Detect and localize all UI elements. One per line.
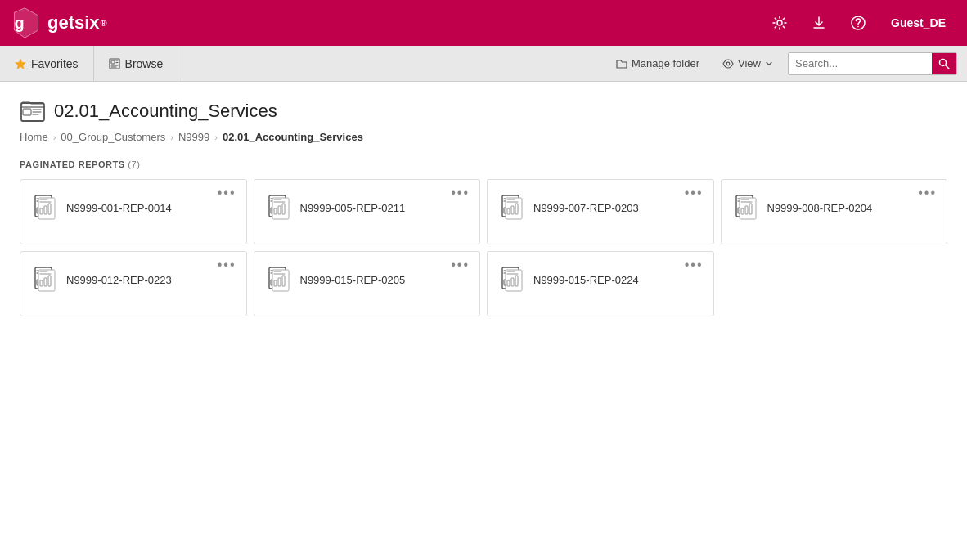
paginated-report-icon — [268, 195, 290, 221]
reports-grid: ••• N9999-001- — [20, 179, 947, 316]
paginated-report-icon — [501, 267, 524, 293]
breadcrumb-sep-1: › — [53, 132, 56, 142]
svg-rect-7 — [111, 60, 115, 64]
breadcrumb-sep-3: › — [214, 132, 218, 142]
svg-line-14 — [946, 65, 949, 69]
folder-report-icon — [20, 98, 45, 124]
help-icon — [850, 15, 866, 31]
svg-text:g: g — [14, 14, 24, 32]
report-card[interactable]: ••• N9999-008- — [721, 179, 948, 244]
card-menu-button[interactable]: ••• — [681, 257, 707, 273]
logo-icon: g — [10, 7, 43, 39]
view-label: View — [738, 57, 761, 69]
report-card-label: N9999-015-REP-0224 — [533, 274, 639, 286]
breadcrumb-sep-2: › — [170, 132, 173, 142]
card-body: N9999-007-REP-0203 — [488, 180, 713, 235]
favorites-tab-label: Favorites — [31, 57, 79, 70]
card-menu-button[interactable]: ••• — [915, 185, 940, 201]
breadcrumb: Home › 00_Group_Customers › N9999 › 02.0… — [20, 131, 947, 143]
report-card-label: N9999-007-REP-0203 — [533, 202, 639, 214]
report-card-icon — [266, 193, 292, 222]
report-card[interactable]: ••• N9999-007- — [487, 179, 714, 244]
folder-icon — [616, 58, 627, 69]
breadcrumb-current: 02.01_Accounting_Services — [223, 131, 363, 143]
card-body: N9999-005-REP-0211 — [254, 180, 480, 235]
logo-link[interactable]: g getsix® — [10, 7, 107, 39]
settings-button[interactable] — [762, 5, 798, 41]
report-card-label: N9999-012-REP-0223 — [66, 274, 172, 286]
star-icon — [15, 58, 26, 69]
search-button[interactable] — [932, 53, 956, 74]
paginated-report-icon — [735, 195, 758, 221]
page-title-row: 02.01_Accounting_Services — [20, 98, 947, 124]
brand-trademark: ® — [101, 18, 107, 28]
report-card-icon — [499, 193, 525, 222]
view-button[interactable]: View — [714, 54, 781, 73]
search-input[interactable] — [789, 53, 932, 74]
search-wrapper — [788, 52, 957, 75]
page-title: 02.01_Accounting_Services — [54, 101, 277, 122]
browse-icon — [109, 58, 120, 69]
topnav-actions: Guest_DE — [762, 5, 957, 41]
report-card-label: N9999-008-REP-0204 — [767, 202, 873, 214]
report-card[interactable]: ••• N9999-001- — [20, 179, 247, 244]
page-title-icon — [20, 98, 46, 124]
report-card-icon — [266, 265, 292, 294]
paginated-report-icon — [34, 195, 56, 221]
help-button[interactable] — [840, 5, 876, 41]
paginated-report-icon — [268, 267, 290, 293]
card-body: N9999-001-REP-0014 — [20, 180, 246, 235]
card-menu-button[interactable]: ••• — [448, 257, 473, 273]
brand-name: getsix — [47, 12, 100, 34]
browse-tab-label: Browse — [125, 57, 164, 70]
report-card-icon — [32, 265, 58, 294]
breadcrumb-group[interactable]: 00_Group_Customers — [61, 131, 165, 143]
manage-folder-button[interactable]: Manage folder — [608, 54, 708, 73]
card-body: N9999-008-REP-0204 — [722, 180, 947, 235]
svg-rect-16 — [23, 109, 31, 115]
section-header: PAGINATED REPORTS (7) — [20, 159, 947, 169]
gear-icon — [771, 15, 788, 31]
manage-folder-label: Manage folder — [632, 57, 699, 69]
report-card[interactable]: ••• N9999-012- — [20, 251, 247, 316]
report-card-label: N9999-005-REP-0211 — [300, 202, 406, 214]
chevron-down-icon — [765, 60, 773, 68]
card-body: N9999-015-REP-0205 — [254, 252, 480, 307]
report-card[interactable]: ••• N9999-015- — [254, 251, 481, 316]
report-card[interactable]: ••• N9999-015- — [487, 251, 714, 316]
section-count: (7) — [128, 159, 140, 169]
paginated-report-icon — [501, 195, 524, 221]
card-menu-button[interactable]: ••• — [681, 185, 707, 201]
report-card-icon — [32, 193, 58, 222]
download-icon — [811, 15, 827, 31]
svg-point-4 — [857, 26, 859, 28]
svg-marker-5 — [16, 59, 26, 69]
svg-point-2 — [777, 20, 782, 25]
search-icon — [938, 58, 950, 69]
svg-point-12 — [726, 62, 730, 65]
report-card-icon — [499, 265, 525, 294]
view-icon — [722, 58, 734, 69]
card-body: N9999-015-REP-0224 — [488, 252, 713, 307]
report-card-label: N9999-001-REP-0014 — [66, 202, 172, 214]
svg-point-13 — [940, 59, 947, 65]
card-menu-button[interactable]: ••• — [214, 257, 240, 273]
browse-tab[interactable]: Browse — [94, 46, 179, 81]
download-button[interactable] — [801, 5, 837, 41]
secnav-tabs: Favorites Browse — [0, 46, 178, 81]
page-content: 02.01_Accounting_Services Home › 00_Grou… — [0, 82, 967, 560]
breadcrumb-home[interactable]: Home — [20, 131, 48, 143]
report-card-icon — [733, 193, 759, 222]
favorites-tab[interactable]: Favorites — [0, 46, 94, 81]
card-menu-button[interactable]: ••• — [448, 185, 473, 201]
paginated-report-icon — [34, 267, 56, 293]
secondary-nav: Favorites Browse Manage folder — [0, 46, 967, 82]
card-menu-button[interactable]: ••• — [214, 185, 240, 201]
report-card[interactable]: ••• N9999-005- — [254, 179, 481, 244]
secnav-actions: Manage folder View — [608, 52, 967, 75]
breadcrumb-n9999[interactable]: N9999 — [178, 131, 209, 143]
logo-area: g getsix® — [10, 7, 107, 39]
user-button[interactable]: Guest_DE — [879, 5, 957, 41]
section-label: PAGINATED REPORTS — [20, 159, 125, 169]
card-body: N9999-012-REP-0223 — [20, 252, 246, 307]
